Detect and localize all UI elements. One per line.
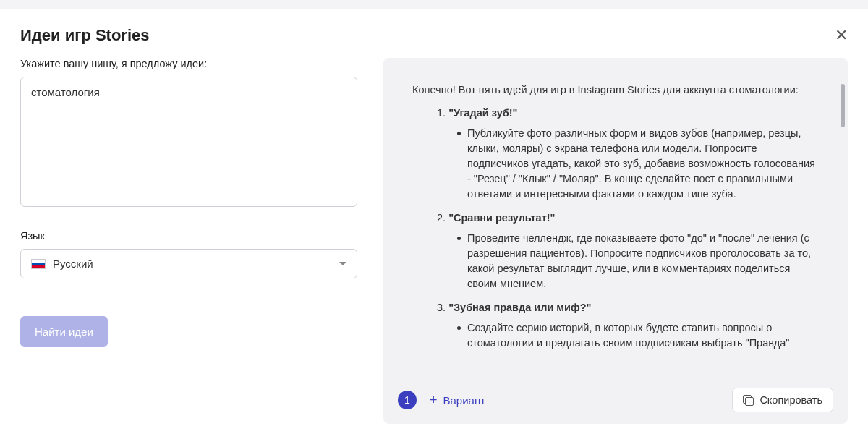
niche-input[interactable] [20, 77, 357, 207]
form-column: Укажите вашу нишу, я предложу идеи: Язык… [20, 58, 357, 424]
add-variant-button[interactable]: + Вариант [430, 393, 485, 408]
idea-description: Создайте серию историй, в которых будете… [412, 320, 819, 351]
result-footer: 1 + Вариант Скопировать [383, 378, 848, 424]
idea-number: 3. [437, 302, 446, 313]
idea-item: 2. "Сравни результат!" Проведите челленд… [412, 212, 819, 292]
find-ideas-button[interactable]: Найти идеи [20, 316, 108, 347]
flag-ru-icon [31, 259, 46, 269]
language-select-text: Русский [53, 258, 93, 270]
idea-number: 1. [437, 107, 446, 119]
result-intro: Конечно! Вот пять идей для игр в Instagr… [412, 84, 819, 95]
idea-title: "Зубная правда или миф?" [448, 302, 591, 313]
stories-ideas-modal: Идеи игр Stories ✕ Укажите вашу нишу, я … [0, 9, 868, 434]
scrollbar-thumb[interactable] [841, 84, 845, 127]
idea-heading: 2. "Сравни результат!" [412, 212, 819, 224]
language-label: Язык [20, 230, 357, 242]
ideas-list: 1. "Угадай зуб!" Публикуйте фото различн… [412, 107, 819, 351]
plus-icon: + [430, 393, 438, 408]
chevron-down-icon [339, 262, 346, 265]
idea-number: 2. [437, 212, 446, 224]
page-background-strip [0, 0, 868, 9]
copy-icon [743, 395, 754, 406]
niche-label: Укажите вашу нишу, я предложу идеи: [20, 58, 357, 69]
idea-heading: 3. "Зубная правда или миф?" [412, 302, 819, 313]
copy-label: Скопировать [760, 394, 822, 406]
close-icon: ✕ [835, 26, 848, 44]
modal-header: Идеи игр Stories ✕ [20, 26, 848, 45]
language-select-value: Русский [31, 258, 93, 270]
variant-count-badge: 1 [398, 391, 417, 409]
idea-description: Публикуйте фото различных форм и видов з… [412, 126, 819, 202]
result-scroll-area[interactable]: Конечно! Вот пять идей для игр в Instagr… [383, 58, 848, 378]
language-group: Язык Русский [20, 230, 357, 278]
modal-title: Идеи игр Stories [20, 26, 149, 45]
idea-description: Проведите челлендж, где показываете фото… [412, 231, 819, 292]
idea-title: "Сравни результат!" [448, 212, 555, 224]
footer-left-group: 1 + Вариант [398, 391, 485, 409]
idea-item: 3. "Зубная правда или миф?" Создайте сер… [412, 302, 819, 351]
idea-item: 1. "Угадай зуб!" Публикуйте фото различн… [412, 107, 819, 202]
idea-heading: 1. "Угадай зуб!" [412, 107, 819, 119]
add-variant-label: Вариант [443, 394, 486, 407]
result-panel: Конечно! Вот пять идей для игр в Instagr… [383, 58, 848, 424]
language-select[interactable]: Русский [20, 249, 357, 278]
close-button[interactable]: ✕ [835, 27, 848, 43]
copy-button[interactable]: Скопировать [732, 388, 833, 412]
idea-title: "Угадай зуб!" [448, 107, 517, 119]
modal-columns: Укажите вашу нишу, я предложу идеи: Язык… [20, 58, 848, 424]
